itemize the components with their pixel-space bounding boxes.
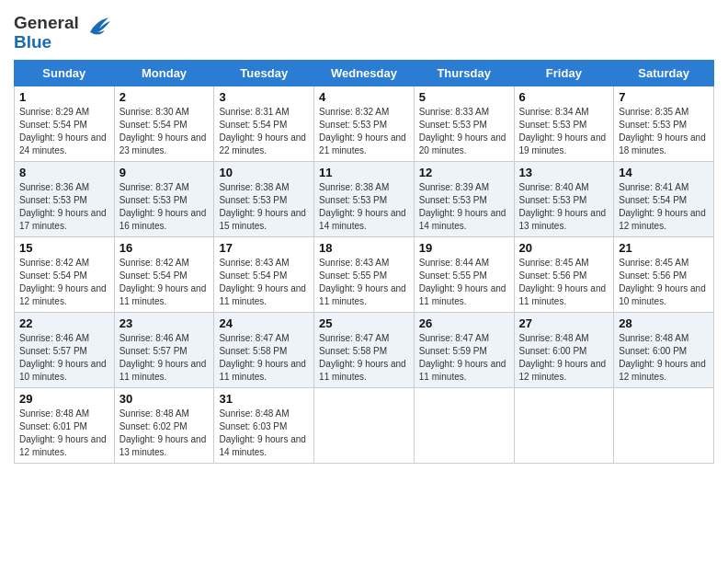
calendar-cell: 8Sunrise: 8:36 AMSunset: 5:53 PMDaylight… (15, 161, 115, 236)
day-number: 14 (619, 166, 709, 179)
day-number: 8 (19, 166, 109, 179)
calendar-cell: 22Sunrise: 8:46 AMSunset: 5:57 PMDayligh… (15, 312, 115, 387)
day-info: Sunrise: 8:47 AMSunset: 5:59 PMDaylight:… (419, 332, 509, 384)
logo-general: General (14, 13, 79, 32)
calendar-cell: 4Sunrise: 8:32 AMSunset: 5:53 PMDaylight… (314, 86, 415, 161)
calendar-cell: 18Sunrise: 8:43 AMSunset: 5:55 PMDayligh… (314, 236, 415, 312)
day-info: Sunrise: 8:44 AMSunset: 5:55 PMDaylight:… (419, 257, 509, 308)
calendar-cell: 27Sunrise: 8:48 AMSunset: 6:00 PMDayligh… (514, 312, 614, 387)
day-number: 22 (19, 316, 109, 330)
calendar-cell: 5Sunrise: 8:33 AMSunset: 5:53 PMDaylight… (414, 86, 514, 161)
calendar-cell: 11Sunrise: 8:38 AMSunset: 5:53 PMDayligh… (314, 161, 415, 236)
day-info: Sunrise: 8:39 AMSunset: 5:53 PMDaylight:… (419, 181, 509, 233)
calendar-cell: 14Sunrise: 8:41 AMSunset: 5:54 PMDayligh… (614, 161, 714, 236)
day-number: 19 (419, 241, 509, 255)
day-number: 10 (219, 166, 309, 179)
day-info: Sunrise: 8:45 AMSunset: 5:56 PMDaylight:… (519, 257, 609, 308)
day-number: 3 (219, 90, 309, 104)
day-info: Sunrise: 8:34 AMSunset: 5:53 PMDaylight:… (519, 106, 609, 157)
logo: General Blue (14, 14, 112, 52)
calendar-cell: 2Sunrise: 8:30 AMSunset: 5:54 PMDaylight… (114, 86, 214, 161)
header-tuesday: Tuesday (214, 60, 314, 86)
calendar-cell: 3Sunrise: 8:31 AMSunset: 5:54 PMDaylight… (214, 86, 314, 161)
calendar-cell: 24Sunrise: 8:47 AMSunset: 5:58 PMDayligh… (214, 312, 314, 387)
day-number: 13 (519, 166, 609, 179)
day-number: 11 (319, 166, 409, 179)
day-number: 9 (119, 166, 210, 179)
calendar-week-5: 29Sunrise: 8:48 AMSunset: 6:01 PMDayligh… (15, 387, 714, 463)
calendar-cell: 21Sunrise: 8:45 AMSunset: 5:56 PMDayligh… (614, 236, 714, 312)
day-number: 28 (619, 316, 709, 330)
day-number: 24 (219, 316, 309, 330)
day-info: Sunrise: 8:36 AMSunset: 5:53 PMDaylight:… (19, 181, 109, 233)
day-number: 2 (119, 90, 210, 104)
calendar-cell: 16Sunrise: 8:42 AMSunset: 5:54 PMDayligh… (114, 236, 214, 312)
logo-bird-icon (83, 14, 112, 40)
calendar-cell: 6Sunrise: 8:34 AMSunset: 5:53 PMDaylight… (514, 86, 614, 161)
calendar-cell (614, 387, 714, 463)
day-info: Sunrise: 8:48 AMSunset: 6:00 PMDaylight:… (519, 332, 609, 384)
day-info: Sunrise: 8:40 AMSunset: 5:53 PMDaylight:… (519, 181, 609, 233)
calendar-cell: 17Sunrise: 8:43 AMSunset: 5:54 PMDayligh… (214, 236, 314, 312)
calendar-cell (414, 387, 514, 463)
calendar-cell: 7Sunrise: 8:35 AMSunset: 5:53 PMDaylight… (614, 86, 714, 161)
day-info: Sunrise: 8:38 AMSunset: 5:53 PMDaylight:… (219, 181, 309, 233)
day-info: Sunrise: 8:47 AMSunset: 5:58 PMDaylight:… (219, 332, 309, 384)
calendar-cell: 31Sunrise: 8:48 AMSunset: 6:03 PMDayligh… (214, 387, 314, 463)
day-info: Sunrise: 8:38 AMSunset: 5:53 PMDaylight:… (319, 181, 409, 233)
day-info: Sunrise: 8:33 AMSunset: 5:53 PMDaylight:… (419, 106, 509, 157)
calendar-cell: 19Sunrise: 8:44 AMSunset: 5:55 PMDayligh… (414, 236, 514, 312)
day-number: 26 (419, 316, 509, 330)
day-number: 6 (519, 90, 609, 104)
calendar-cell (314, 387, 415, 463)
day-info: Sunrise: 8:46 AMSunset: 5:57 PMDaylight:… (119, 332, 210, 384)
calendar-cell: 20Sunrise: 8:45 AMSunset: 5:56 PMDayligh… (514, 236, 614, 312)
header-saturday: Saturday (614, 60, 714, 86)
calendar-cell: 9Sunrise: 8:37 AMSunset: 5:53 PMDaylight… (114, 161, 214, 236)
header-monday: Monday (114, 60, 214, 86)
page-header: General Blue (14, 14, 714, 52)
day-info: Sunrise: 8:46 AMSunset: 5:57 PMDaylight:… (19, 332, 109, 384)
day-info: Sunrise: 8:32 AMSunset: 5:53 PMDaylight:… (319, 106, 409, 157)
calendar-week-1: 1Sunrise: 8:29 AMSunset: 5:54 PMDaylight… (15, 86, 714, 161)
day-number: 30 (119, 392, 210, 406)
day-number: 16 (119, 241, 210, 255)
calendar-cell: 25Sunrise: 8:47 AMSunset: 5:58 PMDayligh… (314, 312, 415, 387)
logo-blue: Blue (14, 33, 79, 52)
day-info: Sunrise: 8:29 AMSunset: 5:54 PMDaylight:… (19, 106, 109, 157)
calendar-cell: 12Sunrise: 8:39 AMSunset: 5:53 PMDayligh… (414, 161, 514, 236)
day-number: 18 (319, 241, 409, 255)
day-info: Sunrise: 8:42 AMSunset: 5:54 PMDaylight:… (19, 257, 109, 308)
calendar-cell: 29Sunrise: 8:48 AMSunset: 6:01 PMDayligh… (15, 387, 115, 463)
calendar-week-2: 8Sunrise: 8:36 AMSunset: 5:53 PMDaylight… (15, 161, 714, 236)
calendar-cell: 10Sunrise: 8:38 AMSunset: 5:53 PMDayligh… (214, 161, 314, 236)
calendar-cell: 1Sunrise: 8:29 AMSunset: 5:54 PMDaylight… (15, 86, 115, 161)
day-info: Sunrise: 8:37 AMSunset: 5:53 PMDaylight:… (119, 181, 210, 233)
calendar-cell: 30Sunrise: 8:48 AMSunset: 6:02 PMDayligh… (114, 387, 214, 463)
day-number: 5 (419, 90, 509, 104)
calendar-cell: 28Sunrise: 8:48 AMSunset: 6:00 PMDayligh… (614, 312, 714, 387)
header-thursday: Thursday (414, 60, 514, 86)
day-number: 31 (219, 392, 309, 406)
day-info: Sunrise: 8:48 AMSunset: 6:01 PMDaylight:… (19, 408, 109, 459)
day-info: Sunrise: 8:43 AMSunset: 5:54 PMDaylight:… (219, 257, 309, 308)
day-info: Sunrise: 8:42 AMSunset: 5:54 PMDaylight:… (119, 257, 210, 308)
day-number: 1 (19, 90, 109, 104)
day-number: 21 (619, 241, 709, 255)
header-wednesday: Wednesday (314, 60, 415, 86)
calendar-week-3: 15Sunrise: 8:42 AMSunset: 5:54 PMDayligh… (15, 236, 714, 312)
calendar-table: SundayMondayTuesdayWednesdayThursdayFrid… (14, 60, 714, 464)
day-info: Sunrise: 8:43 AMSunset: 5:55 PMDaylight:… (319, 257, 409, 308)
day-info: Sunrise: 8:31 AMSunset: 5:54 PMDaylight:… (219, 106, 309, 157)
day-number: 4 (319, 90, 409, 104)
day-number: 20 (519, 241, 609, 255)
day-number: 29 (19, 392, 109, 406)
calendar-cell: 13Sunrise: 8:40 AMSunset: 5:53 PMDayligh… (514, 161, 614, 236)
calendar-header-row: SundayMondayTuesdayWednesdayThursdayFrid… (15, 60, 714, 86)
day-info: Sunrise: 8:48 AMSunset: 6:00 PMDaylight:… (619, 332, 709, 384)
day-info: Sunrise: 8:35 AMSunset: 5:53 PMDaylight:… (619, 106, 709, 157)
header-friday: Friday (514, 60, 614, 86)
day-info: Sunrise: 8:47 AMSunset: 5:58 PMDaylight:… (319, 332, 409, 384)
calendar-cell: 15Sunrise: 8:42 AMSunset: 5:54 PMDayligh… (15, 236, 115, 312)
day-number: 12 (419, 166, 509, 179)
